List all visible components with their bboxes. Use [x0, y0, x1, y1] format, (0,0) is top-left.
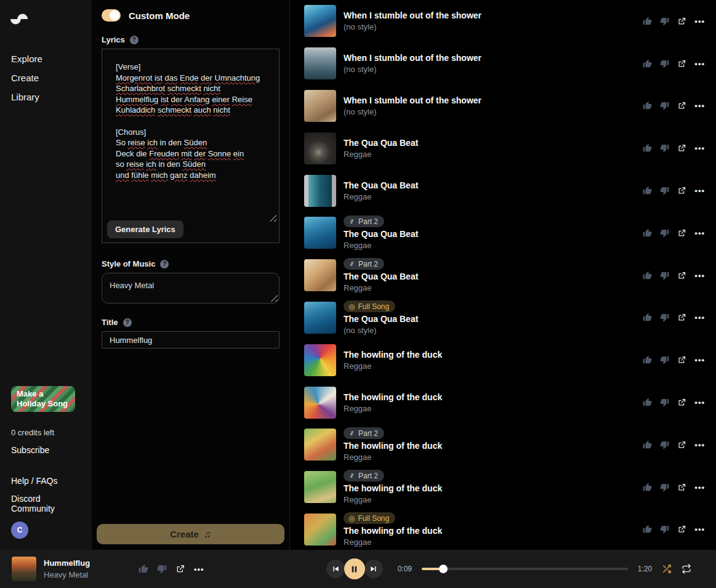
like-button[interactable] [643, 398, 652, 407]
song-title[interactable]: The howling of the duck [344, 483, 442, 493]
song-thumbnail[interactable] [304, 344, 336, 376]
more-button[interactable]: ••• [694, 101, 705, 110]
like-button[interactable] [643, 101, 652, 110]
song-thumbnail[interactable] [304, 47, 336, 79]
share-button[interactable] [677, 271, 686, 280]
share-button[interactable] [677, 483, 686, 492]
title-input[interactable] [102, 331, 280, 348]
help-icon[interactable]: ? [123, 318, 132, 327]
song-thumbnail[interactable] [304, 90, 336, 122]
song-thumbnail[interactable] [304, 217, 336, 249]
more-button[interactable]: ••• [694, 17, 705, 26]
share-button[interactable] [677, 186, 686, 195]
share-button[interactable] [175, 564, 185, 574]
style-of-music-textarea[interactable]: Heavy Metal [102, 273, 280, 304]
dislike-button[interactable] [660, 228, 669, 238]
song-thumbnail[interactable] [304, 259, 336, 291]
generate-lyrics-button[interactable]: Generate Lyrics [107, 220, 183, 238]
like-button[interactable] [643, 271, 652, 280]
shuffle-button[interactable] [662, 564, 672, 574]
pause-button[interactable] [344, 558, 365, 579]
sidebar-item-library[interactable]: Library [0, 87, 92, 107]
more-button[interactable]: ••• [694, 525, 705, 534]
like-button[interactable] [643, 313, 652, 322]
share-button[interactable] [677, 355, 686, 364]
dislike-button[interactable] [660, 101, 669, 110]
share-button[interactable] [677, 398, 686, 407]
song-thumbnail[interactable] [304, 5, 336, 37]
share-button[interactable] [677, 525, 686, 534]
song-row[interactable]: ◎ Full Song The Qua Qua Beat (no style) … [290, 297, 716, 339]
dislike-button[interactable] [660, 271, 669, 280]
more-button[interactable]: ••• [694, 483, 705, 492]
player-thumbnail[interactable] [12, 557, 36, 581]
song-row[interactable]: Part 2 The howling of the duck Reggae ••… [290, 466, 716, 509]
share-button[interactable] [677, 440, 686, 449]
song-row[interactable]: Part 2 The howling of the duck Reggae ••… [290, 424, 716, 466]
song-thumbnail[interactable] [304, 302, 336, 334]
song-row[interactable]: Part 2 The Qua Qua Beat Reggae ••• [290, 212, 716, 254]
dislike-button[interactable] [660, 483, 669, 492]
subscribe-link[interactable]: Subscribe [11, 445, 84, 455]
more-button[interactable]: ••• [694, 313, 705, 322]
dislike-button[interactable] [660, 525, 669, 534]
share-button[interactable] [677, 101, 686, 110]
help-icon[interactable]: ? [130, 36, 139, 44]
like-button[interactable] [643, 143, 652, 153]
dislike-button[interactable] [660, 17, 669, 26]
song-thumbnail[interactable] [304, 429, 336, 461]
song-title[interactable]: The Qua Qua Beat [344, 138, 418, 148]
sidebar-item-create[interactable]: Create [0, 68, 92, 87]
repeat-button[interactable] [682, 564, 691, 574]
share-button[interactable] [677, 313, 686, 322]
make-holiday-song-button[interactable]: Make a Holiday Song [11, 386, 75, 412]
more-button[interactable]: ••• [694, 186, 705, 195]
create-button[interactable]: Create ♫ [97, 524, 284, 544]
like-button[interactable] [643, 186, 652, 195]
share-button[interactable] [677, 59, 686, 68]
song-row[interactable]: The Qua Qua Beat Reggae ••• [290, 127, 716, 169]
song-thumbnail[interactable] [304, 175, 336, 207]
like-button[interactable] [139, 564, 148, 574]
resize-handle-icon[interactable] [269, 293, 278, 302]
song-title[interactable]: When I stumble out of the shower [344, 53, 481, 63]
suno-logo-icon[interactable] [0, 0, 92, 30]
like-button[interactable] [643, 525, 652, 534]
song-title[interactable]: When I stumble out of the shower [344, 95, 481, 105]
share-button[interactable] [677, 228, 686, 238]
song-thumbnail[interactable] [304, 132, 336, 164]
song-thumbnail[interactable] [304, 513, 336, 546]
dislike-button[interactable] [660, 143, 669, 153]
song-title[interactable]: When I stumble out of the shower [344, 10, 481, 20]
progress-knob[interactable] [439, 565, 448, 573]
like-button[interactable] [643, 59, 652, 68]
like-button[interactable] [643, 17, 652, 26]
song-row[interactable]: Part 2 The Qua Qua Beat Reggae ••• [290, 254, 716, 297]
dislike-button[interactable] [660, 59, 669, 68]
song-title[interactable]: The Qua Qua Beat [344, 229, 418, 239]
song-title[interactable]: The Qua Qua Beat [344, 314, 418, 324]
dislike-button[interactable] [660, 186, 669, 195]
dislike-button[interactable] [660, 398, 669, 407]
like-button[interactable] [643, 483, 652, 492]
dislike-button[interactable] [660, 313, 669, 322]
progress-bar[interactable] [422, 568, 628, 570]
more-button[interactable]: ••• [694, 59, 705, 68]
more-button[interactable]: ••• [194, 565, 204, 574]
like-button[interactable] [643, 228, 652, 238]
more-button[interactable]: ••• [694, 355, 705, 364]
song-row[interactable]: ◎ Full Song The howling of the duck Regg… [290, 509, 716, 550]
sidebar-item-explore[interactable]: Explore [0, 49, 92, 68]
song-title[interactable]: The howling of the duck [344, 526, 442, 536]
discord-community-link[interactable]: Discord Community [11, 494, 84, 513]
like-button[interactable] [643, 355, 652, 364]
song-title[interactable]: The howling of the duck [344, 392, 442, 402]
more-button[interactable]: ••• [694, 228, 705, 238]
song-row[interactable]: When I stumble out of the shower (no sty… [290, 85, 716, 127]
dislike-button[interactable] [660, 355, 669, 364]
more-button[interactable]: ••• [694, 398, 705, 407]
song-title[interactable]: The howling of the duck [344, 441, 442, 451]
song-title[interactable]: The howling of the duck [344, 350, 442, 360]
song-title[interactable]: The Qua Qua Beat [344, 272, 418, 281]
song-row[interactable]: The howling of the duck Reggae ••• [290, 339, 716, 381]
